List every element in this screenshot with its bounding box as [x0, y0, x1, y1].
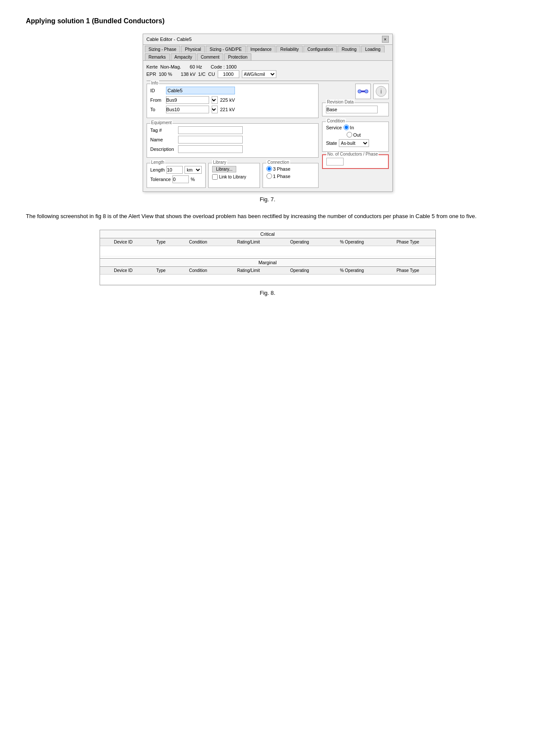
col-device-id: Device ID — [100, 238, 147, 246]
name-label: Name — [150, 137, 176, 142]
name-input[interactable] — [178, 136, 243, 144]
state-select[interactable]: As-built Existing New — [339, 139, 369, 147]
tab-routing[interactable]: Routing — [338, 46, 360, 53]
service-in-radio[interactable] — [344, 125, 349, 130]
name-row: Name — [150, 136, 315, 144]
info-icon[interactable]: i — [373, 84, 389, 99]
marginal-header-row: Device ID Type Condition Rating/Limit Op… — [100, 267, 435, 275]
from-label: From — [150, 97, 163, 103]
out-label[interactable]: Out — [347, 132, 361, 137]
left-panel: Info ID From 225 kV — [147, 84, 319, 188]
tolerance-row: Tolerance % — [150, 175, 202, 183]
tab-protection[interactable]: Protection — [224, 53, 251, 60]
tag-row: Tag # — [150, 126, 315, 134]
dialog-body: Kerte Non-Mag. 60 Hz Code : 1000 EPR 100… — [143, 61, 392, 191]
marginal-col-rating: Rating/Limit — [221, 267, 276, 275]
conductors-section: No. of Conductors / Phase 5 — [322, 154, 388, 169]
top-info-row2: EPR 100 % 138 kV 1/C CU AWG/kcmil — [147, 70, 389, 78]
tab-comment[interactable]: Comment — [197, 53, 223, 60]
description-row: Description — [150, 145, 315, 153]
dialog-wrapper: Cable Editor - Cable5 × Sizing - Phase P… — [26, 34, 509, 192]
state-row: State As-built Existing New — [326, 139, 385, 147]
from-select[interactable] — [212, 96, 218, 104]
marginal-col-operating: Operating — [276, 267, 323, 275]
library-section-label: Library — [212, 160, 227, 165]
out-text: Out — [353, 132, 361, 137]
tab-sizing-phase[interactable]: Sizing - Phase — [145, 46, 180, 53]
epr-item: EPR 100 % — [147, 72, 172, 77]
kerte-value: Non-Mag. — [160, 64, 181, 69]
state-label: State — [326, 141, 337, 146]
tab-physical[interactable]: Physical — [181, 46, 205, 53]
one-phase-text: 1 Phase — [273, 174, 290, 179]
library-button[interactable]: Library... — [212, 166, 236, 172]
one-phase-radio[interactable] — [266, 173, 272, 179]
from-input[interactable] — [166, 96, 209, 104]
description-label: Description — [150, 147, 176, 152]
length-input[interactable] — [166, 166, 183, 174]
close-button[interactable]: × — [382, 36, 389, 43]
revision-section: Revision Data — [322, 103, 388, 116]
id-input[interactable] — [166, 87, 235, 94]
link-library-checkbox[interactable] — [212, 174, 218, 180]
length-section-label: Length — [150, 160, 166, 165]
marginal-col-type: Type — [147, 267, 175, 275]
from-row: From 225 kV — [150, 96, 315, 104]
equipment-section: Equipment Tag # Name Description — [147, 123, 319, 158]
three-phase-row: 3 Phase — [266, 166, 315, 172]
unit-select[interactable]: km mi — [185, 166, 202, 174]
from-kv: 225 kV — [220, 97, 235, 103]
right-panel: i Revision Data Condition Service — [322, 84, 388, 188]
icon-area: i — [322, 84, 388, 99]
tag-input[interactable] — [178, 126, 243, 134]
dialog-title: Cable Editor - Cable5 — [147, 37, 192, 42]
tab-ampacity[interactable]: Ampacity — [171, 53, 196, 60]
service-label: Service — [326, 125, 342, 130]
critical-table: Device ID Type Condition Rating/Limit Op… — [100, 238, 435, 256]
tab-loading[interactable]: Loading — [361, 46, 385, 53]
revision-input[interactable] — [326, 106, 378, 113]
conductors-input[interactable]: 5 — [326, 158, 344, 166]
marginal-col-phase-type: Phase Type — [381, 267, 435, 275]
equipment-label: Equipment — [150, 120, 173, 125]
link-library-row: Link to Library — [212, 174, 256, 180]
critical-empty-row — [100, 246, 435, 256]
critical-header-row: Device ID Type Condition Rating/Limit Op… — [100, 238, 435, 246]
awg-select[interactable]: AWG/kcmil — [242, 70, 276, 78]
service-out-radio[interactable] — [347, 132, 352, 137]
tolerance-input[interactable] — [172, 175, 189, 183]
code-input[interactable] — [218, 70, 239, 78]
kv-item: 138 kV 1/C CU AWG/kcmil — [181, 70, 276, 78]
svg-point-2 — [365, 90, 368, 93]
three-phase-text: 3 Phase — [273, 166, 290, 172]
tab-impedance[interactable]: Impedance — [247, 46, 275, 53]
critical-body — [100, 246, 435, 256]
tab-reliability[interactable]: Reliability — [276, 46, 303, 53]
kv-value: 138 kV — [181, 72, 195, 77]
marginal-empty-row — [100, 275, 435, 285]
body-text: The following screenshot in fig 8 is of … — [26, 211, 509, 221]
tab-remarks[interactable]: Remarks — [145, 53, 170, 60]
fig7-label: Fig. 7. — [26, 196, 509, 203]
marginal-table: Device ID Type Condition Rating/Limit Op… — [100, 267, 435, 285]
to-select[interactable] — [212, 106, 218, 113]
cable-icon — [355, 84, 371, 99]
three-phase-label[interactable]: 3 Phase — [266, 166, 290, 172]
tab-configuration[interactable]: Configuration — [303, 46, 337, 53]
col-pct-operating: % Operating — [323, 238, 381, 246]
three-phase-radio[interactable] — [266, 166, 272, 172]
in-label[interactable]: In — [344, 125, 354, 130]
description-input[interactable] — [178, 145, 243, 153]
fig8-label: Fig. 8. — [26, 290, 509, 296]
marginal-col-pct-operating: % Operating — [323, 267, 381, 275]
tolerance-unit: % — [191, 177, 195, 182]
col-rating: Rating/Limit — [221, 238, 276, 246]
marginal-col-condition: Condition — [175, 267, 221, 275]
col-phase-type: Phase Type — [381, 238, 435, 246]
dialog-titlebar: Cable Editor - Cable5 × — [143, 34, 392, 45]
alert-wrapper: Critical Device ID Type Condition Rating… — [26, 230, 509, 285]
one-phase-label[interactable]: 1 Phase — [266, 173, 290, 179]
tab-sizing-gnd[interactable]: Sizing - GND/PE — [206, 46, 245, 53]
to-input[interactable] — [166, 106, 209, 113]
id-label: ID — [150, 88, 163, 93]
